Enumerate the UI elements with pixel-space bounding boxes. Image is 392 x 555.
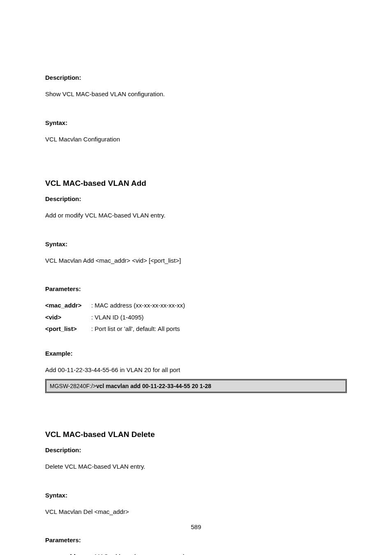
parameter-desc: : MAC address (xx-xx-xx-xx-xx-xx) bbox=[91, 551, 347, 555]
parameter-row: <vid> : VLAN ID (1-4095) bbox=[45, 312, 347, 324]
syntax-text: VCL Macvlan Add <mac_addr> <vid> [<port_… bbox=[45, 255, 347, 267]
document-content: Description: Show VCL MAC-based VLAN con… bbox=[0, 0, 392, 555]
description-heading: Description: bbox=[45, 195, 347, 202]
parameter-label: <mac_addr> bbox=[45, 551, 91, 555]
syntax-heading: Syntax: bbox=[45, 119, 347, 126]
description-heading: Description: bbox=[45, 446, 347, 453]
parameter-desc: : Port list or 'all', default: All ports bbox=[91, 323, 347, 335]
example-code-box: MGSW-28240F:/>vcl macvlan add 00-11-22-3… bbox=[45, 379, 347, 393]
parameter-desc: : VLAN ID (1-4095) bbox=[91, 312, 347, 324]
example-text: Add 00-11-22-33-44-55-66 in VLAN 20 for … bbox=[45, 364, 347, 376]
parameter-row: <port_list> : Port list or 'all', defaul… bbox=[45, 323, 347, 335]
syntax-text: VCL Macvlan Del <mac_addr> bbox=[45, 506, 347, 518]
section-title: VCL MAC-based VLAN Delete bbox=[45, 430, 347, 439]
syntax-heading: Syntax: bbox=[45, 240, 347, 247]
parameters-heading: Parameters: bbox=[45, 285, 347, 292]
syntax-heading: Syntax: bbox=[45, 492, 347, 499]
parameter-row: <mac_addr> : MAC address (xx-xx-xx-xx-xx… bbox=[45, 551, 347, 555]
description-text: Show VCL MAC-based VLAN configuration. bbox=[45, 88, 347, 100]
page-number: 589 bbox=[0, 523, 392, 530]
parameter-label: <port_list> bbox=[45, 323, 91, 335]
description-text: Add or modify VCL MAC-based VLAN entry. bbox=[45, 210, 347, 222]
section-title: VCL MAC-based VLAN Add bbox=[45, 179, 347, 188]
example-heading: Example: bbox=[45, 350, 347, 357]
parameter-label: <mac_addr> bbox=[45, 300, 91, 312]
parameters-heading: Parameters: bbox=[45, 536, 347, 543]
syntax-text: VCL Macvlan Configuration bbox=[45, 134, 347, 146]
example-command: vcl macvlan add 00-11-22-33-44-55 20 1-2… bbox=[96, 383, 211, 389]
example-prompt: MGSW-28240F:/> bbox=[50, 383, 96, 389]
parameter-row: <mac_addr> : MAC address (xx-xx-xx-xx-xx… bbox=[45, 300, 347, 312]
description-text: Delete VCL MAC-based VLAN entry. bbox=[45, 461, 347, 473]
parameter-desc: : MAC address (xx-xx-xx-xx-xx-xx) bbox=[91, 300, 347, 312]
description-heading: Description: bbox=[45, 74, 347, 81]
parameter-label: <vid> bbox=[45, 312, 91, 324]
